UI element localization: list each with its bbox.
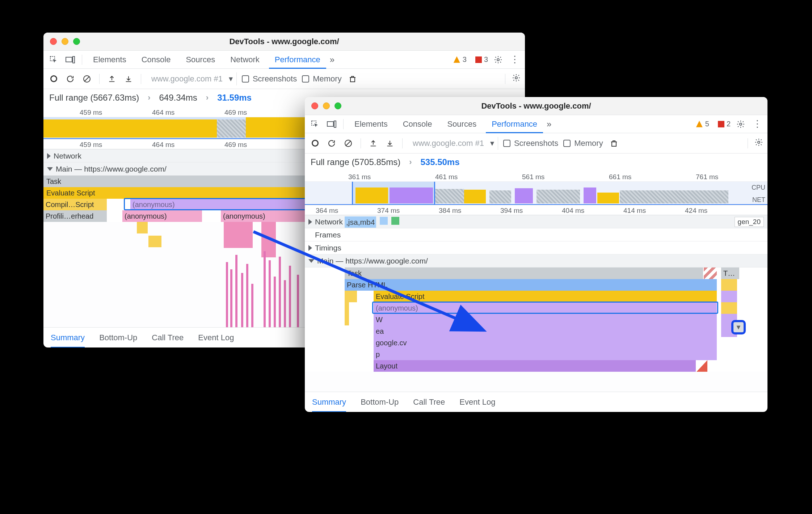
flame-evaluate[interactable]: Evaluate Script [374,291,717,302]
settings-icon[interactable] [734,118,747,131]
track-frames[interactable]: Frames [305,228,767,241]
capture-settings-icon[interactable] [512,73,521,84]
close-icon[interactable] [311,102,318,109]
flame-ea[interactable]: ea [374,325,717,337]
tab-overflow-icon[interactable]: » [547,119,551,129]
flame-googlecv[interactable]: google.cv [374,337,717,349]
upload-profile-icon[interactable] [106,73,118,85]
tab-bottom-up[interactable]: Bottom-Up [99,333,137,342]
device-toolbar-icon[interactable] [325,118,338,131]
tab-overflow-icon[interactable]: » [330,55,335,65]
svg-rect-9 [327,122,333,126]
disclosure-icon [308,219,312,225]
maximize-icon[interactable] [73,38,80,45]
tick: 561 ms [522,173,544,181]
flame-gold[interactable] [721,279,737,291]
flame-profiling-overhead[interactable]: Profili…erhead [43,210,107,222]
screenshots-checkbox[interactable]: Screenshots [242,74,297,84]
tab-bottom-up[interactable]: Bottom-Up [361,397,399,407]
crumb-leaf[interactable]: 31.59ms [217,93,252,103]
flame-compile-script[interactable]: Compil…Script [43,199,107,210]
crumb-1[interactable]: Full range (5705.85ms) [311,157,400,167]
maximize-icon[interactable] [335,102,341,109]
track-timings[interactable]: Timings [305,241,767,254]
cpu-overview[interactable]: CPU NET [305,182,767,205]
kebab-menu-icon[interactable]: ⋮ [751,118,764,131]
tab-performance[interactable]: Performance [269,51,326,69]
minimize-icon[interactable] [323,102,330,109]
garbage-collect-icon[interactable] [347,73,358,85]
error-icon [475,56,482,63]
tick: 761 ms [696,173,718,181]
reload-record-button[interactable] [326,138,337,149]
flame-w[interactable]: W [374,314,717,325]
memory-checkbox[interactable]: Memory [302,74,341,84]
tab-sources[interactable]: Sources [180,51,221,69]
settings-icon[interactable] [492,53,505,66]
clear-button[interactable] [342,138,354,149]
inspect-element-icon[interactable] [47,53,60,66]
tick: 384 ms [439,207,461,215]
record-button[interactable] [309,138,321,149]
garbage-collect-icon[interactable] [608,138,620,149]
capture-dropdown[interactable]: www.google.com #1 [409,137,498,150]
track-network[interactable]: Network ,jsa,mb4 gen_20 [305,215,767,228]
tab-summary[interactable]: Summary [312,392,346,412]
net-req-1[interactable]: ,jsa,mb4 [345,216,376,228]
warnings-badge[interactable]: 3 [453,55,467,64]
crumb-1[interactable]: Full range (5667.63ms) [49,93,139,103]
tick: 414 ms [623,207,646,215]
upload-profile-icon[interactable] [367,138,379,149]
tab-event-log[interactable]: Event Log [198,333,234,342]
screenshots-checkbox[interactable]: Screenshots [503,139,558,148]
close-icon[interactable] [50,38,57,45]
warnings-badge[interactable]: 5 [696,120,709,128]
entry-dropdown-trigger[interactable]: ▼ [731,320,746,334]
memory-checkbox[interactable]: Memory [563,139,603,148]
tab-console[interactable]: Console [397,115,438,133]
flame-layout[interactable]: Layout [374,360,696,372]
flame-p[interactable]: p [374,349,717,360]
download-profile-icon[interactable] [123,73,134,85]
flame-task-long[interactable] [704,267,717,279]
tick: 661 ms [609,173,631,181]
crumb-2[interactable]: 649.34ms [159,93,197,103]
net-req-3[interactable] [391,217,399,225]
tab-event-log[interactable]: Event Log [459,397,495,407]
tab-performance[interactable]: Performance [486,115,543,133]
crumb-leaf[interactable]: 535.50ms [420,157,459,167]
svg-line-5 [84,76,89,81]
errors-badge[interactable]: 3 [475,55,488,64]
net-req-2[interactable] [380,217,388,225]
tab-elements[interactable]: Elements [349,115,394,133]
devtools-window-2: DevTools - www.google.com/ Elements Cons… [305,97,767,412]
errors-badge[interactable]: 2 [718,120,731,128]
download-profile-icon[interactable] [384,138,396,149]
capture-dropdown[interactable]: www.google.com #1 [148,72,237,85]
tab-network[interactable]: Network [224,51,265,69]
track-main[interactable]: Main — https://www.google.com/ [305,254,767,267]
flame-task[interactable]: Task [345,267,703,279]
tab-call-tree[interactable]: Call Tree [413,397,445,407]
flame-anon-2[interactable]: (anonymous) [122,210,202,222]
reload-record-button[interactable] [64,73,76,85]
flame-parse-html[interactable]: Parse HTML [345,279,717,291]
tab-elements[interactable]: Elements [87,51,132,69]
net-req-gen[interactable]: gen_20 [735,217,764,227]
minimize-icon[interactable] [62,38,68,45]
main-ruler: 364 ms 374 ms 384 ms 394 ms 404 ms 414 m… [305,205,767,215]
record-button[interactable] [48,73,59,85]
tab-console[interactable]: Console [136,51,177,69]
flame-task-2[interactable]: T… [721,267,739,279]
tab-sources[interactable]: Sources [441,115,482,133]
capture-settings-icon[interactable] [754,138,763,149]
inspect-element-icon[interactable] [308,118,321,131]
clear-button[interactable] [81,73,93,85]
flame-anon[interactable]: (anonymous) [374,302,717,314]
kebab-menu-icon[interactable]: ⋮ [508,53,521,66]
tab-call-tree[interactable]: Call Tree [152,333,184,342]
perf-controls: www.google.com #1 Screenshots Memory [43,69,525,89]
tab-summary[interactable]: Summary [51,328,85,348]
tick: 464 ms [152,141,174,149]
device-toolbar-icon[interactable] [64,53,77,66]
